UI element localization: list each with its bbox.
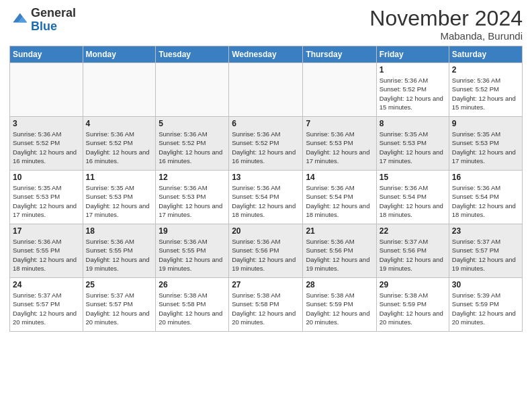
day-number: 14 — [306, 173, 373, 182]
day-info: Sunrise: 5:36 AMSunset: 5:55 PMDaylight:… — [86, 237, 153, 273]
location-subtitle: Mabanda, Burundi — [369, 30, 523, 42]
day-info: Sunrise: 5:37 AMSunset: 5:57 PMDaylight:… — [86, 291, 153, 326]
calendar-cell: 10Sunrise: 5:35 AMSunset: 5:53 PMDayligh… — [10, 171, 83, 224]
day-info: Sunrise: 5:36 AMSunset: 5:52 PMDaylight:… — [452, 76, 519, 111]
day-info: Sunrise: 5:36 AMSunset: 5:53 PMDaylight:… — [159, 183, 226, 219]
day-number: 17 — [13, 226, 80, 236]
day-number: 8 — [380, 119, 446, 128]
week-row-1: 1Sunrise: 5:36 AMSunset: 5:52 PMDaylight… — [10, 63, 523, 117]
calendar-cell: 14Sunrise: 5:36 AMSunset: 5:54 PMDayligh… — [303, 171, 376, 224]
day-info: Sunrise: 5:38 AMSunset: 5:59 PMDaylight:… — [380, 291, 446, 326]
day-info: Sunrise: 5:36 AMSunset: 5:54 PMDaylight:… — [452, 183, 519, 219]
month-title: November 2024 — [369, 7, 523, 30]
day-number: 27 — [232, 280, 300, 289]
calendar-cell: 21Sunrise: 5:36 AMSunset: 5:56 PMDayligh… — [303, 224, 376, 278]
day-number: 15 — [380, 173, 446, 182]
calendar-cell: 13Sunrise: 5:36 AMSunset: 5:54 PMDayligh… — [229, 171, 303, 224]
day-number: 20 — [232, 226, 300, 236]
week-row-5: 24Sunrise: 5:37 AMSunset: 5:57 PMDayligh… — [10, 278, 523, 332]
day-info: Sunrise: 5:35 AMSunset: 5:53 PMDaylight:… — [86, 183, 153, 219]
day-number: 21 — [306, 226, 373, 236]
calendar-cell: 19Sunrise: 5:36 AMSunset: 5:55 PMDayligh… — [156, 224, 229, 278]
day-number: 10 — [13, 173, 80, 182]
day-number: 6 — [232, 119, 300, 128]
calendar-cell: 29Sunrise: 5:38 AMSunset: 5:59 PMDayligh… — [376, 278, 449, 332]
weekday-header-friday: Friday — [376, 46, 449, 63]
day-info: Sunrise: 5:35 AMSunset: 5:53 PMDaylight:… — [452, 130, 519, 165]
logo: General Blue — [9, 7, 76, 34]
weekday-header-saturday: Saturday — [449, 46, 522, 63]
week-row-3: 10Sunrise: 5:35 AMSunset: 5:53 PMDayligh… — [10, 171, 523, 224]
day-info: Sunrise: 5:36 AMSunset: 5:55 PMDaylight:… — [13, 237, 80, 273]
calendar-cell: 7Sunrise: 5:36 AMSunset: 5:53 PMDaylight… — [303, 117, 376, 171]
day-number: 19 — [159, 226, 226, 236]
day-number: 16 — [452, 173, 519, 182]
calendar-cell: 12Sunrise: 5:36 AMSunset: 5:53 PMDayligh… — [156, 171, 229, 224]
calendar-cell: 24Sunrise: 5:37 AMSunset: 5:57 PMDayligh… — [10, 278, 83, 332]
day-info: Sunrise: 5:38 AMSunset: 5:58 PMDaylight:… — [232, 291, 300, 326]
logo-general-text: General — [31, 6, 76, 19]
day-number: 13 — [232, 173, 300, 182]
calendar-cell — [83, 63, 156, 117]
day-number: 26 — [159, 280, 226, 289]
weekday-header-wednesday: Wednesday — [229, 46, 303, 63]
day-number: 4 — [86, 119, 153, 128]
calendar-cell — [156, 63, 229, 117]
calendar-cell — [10, 63, 83, 117]
day-info: Sunrise: 5:37 AMSunset: 5:57 PMDaylight:… — [452, 237, 519, 273]
calendar-cell: 1Sunrise: 5:36 AMSunset: 5:52 PMDaylight… — [376, 63, 449, 117]
calendar-cell: 3Sunrise: 5:36 AMSunset: 5:52 PMDaylight… — [10, 117, 83, 171]
day-info: Sunrise: 5:36 AMSunset: 5:52 PMDaylight:… — [86, 130, 153, 165]
day-number: 28 — [306, 280, 373, 289]
day-number: 23 — [452, 226, 519, 236]
week-row-4: 17Sunrise: 5:36 AMSunset: 5:55 PMDayligh… — [10, 224, 523, 278]
day-info: Sunrise: 5:36 AMSunset: 5:52 PMDaylight:… — [380, 76, 446, 111]
calendar-cell: 8Sunrise: 5:35 AMSunset: 5:53 PMDaylight… — [376, 117, 449, 171]
calendar-cell: 2Sunrise: 5:36 AMSunset: 5:52 PMDaylight… — [449, 63, 522, 117]
calendar-cell: 22Sunrise: 5:37 AMSunset: 5:56 PMDayligh… — [376, 224, 449, 278]
title-block: November 2024 Mabanda, Burundi — [369, 7, 523, 42]
logo-icon — [9, 11, 28, 30]
day-info: Sunrise: 5:36 AMSunset: 5:56 PMDaylight:… — [232, 237, 300, 273]
day-info: Sunrise: 5:36 AMSunset: 5:52 PMDaylight:… — [232, 130, 300, 165]
calendar-cell: 17Sunrise: 5:36 AMSunset: 5:55 PMDayligh… — [10, 224, 83, 278]
day-info: Sunrise: 5:36 AMSunset: 5:56 PMDaylight:… — [306, 237, 373, 273]
calendar-cell: 23Sunrise: 5:37 AMSunset: 5:57 PMDayligh… — [449, 224, 522, 278]
day-number: 24 — [13, 280, 80, 289]
day-number: 29 — [380, 280, 446, 289]
calendar-cell: 4Sunrise: 5:36 AMSunset: 5:52 PMDaylight… — [83, 117, 156, 171]
logo-blue-text: Blue — [31, 19, 57, 33]
header: General Blue November 2024 Mabanda, Buru… — [9, 7, 523, 42]
day-info: Sunrise: 5:35 AMSunset: 5:53 PMDaylight:… — [13, 183, 80, 219]
day-number: 9 — [452, 119, 519, 128]
week-row-2: 3Sunrise: 5:36 AMSunset: 5:52 PMDaylight… — [10, 117, 523, 171]
calendar-table: SundayMondayTuesdayWednesdayThursdayFrid… — [9, 46, 523, 332]
day-info: Sunrise: 5:36 AMSunset: 5:53 PMDaylight:… — [306, 130, 373, 165]
calendar-cell: 26Sunrise: 5:38 AMSunset: 5:58 PMDayligh… — [156, 278, 229, 332]
day-number: 11 — [86, 173, 153, 182]
day-info: Sunrise: 5:39 AMSunset: 5:59 PMDaylight:… — [452, 291, 519, 326]
day-number: 5 — [159, 119, 226, 128]
calendar-cell: 30Sunrise: 5:39 AMSunset: 5:59 PMDayligh… — [449, 278, 522, 332]
day-info: Sunrise: 5:36 AMSunset: 5:54 PMDaylight:… — [380, 183, 446, 219]
day-info: Sunrise: 5:37 AMSunset: 5:56 PMDaylight:… — [380, 237, 446, 273]
calendar-cell: 6Sunrise: 5:36 AMSunset: 5:52 PMDaylight… — [229, 117, 303, 171]
weekday-header-row: SundayMondayTuesdayWednesdayThursdayFrid… — [10, 46, 523, 63]
calendar-cell: 28Sunrise: 5:38 AMSunset: 5:59 PMDayligh… — [303, 278, 376, 332]
day-number: 3 — [13, 119, 80, 128]
calendar-cell — [303, 63, 376, 117]
calendar-cell: 25Sunrise: 5:37 AMSunset: 5:57 PMDayligh… — [83, 278, 156, 332]
calendar-cell: 16Sunrise: 5:36 AMSunset: 5:54 PMDayligh… — [449, 171, 522, 224]
page: General Blue November 2024 Mabanda, Buru… — [0, 0, 532, 411]
day-number: 7 — [306, 119, 373, 128]
day-info: Sunrise: 5:36 AMSunset: 5:52 PMDaylight:… — [13, 130, 80, 165]
calendar-cell: 18Sunrise: 5:36 AMSunset: 5:55 PMDayligh… — [83, 224, 156, 278]
day-info: Sunrise: 5:36 AMSunset: 5:54 PMDaylight:… — [232, 183, 300, 219]
day-number: 22 — [380, 226, 446, 236]
weekday-header-thursday: Thursday — [303, 46, 376, 63]
day-info: Sunrise: 5:38 AMSunset: 5:58 PMDaylight:… — [159, 291, 226, 326]
day-info: Sunrise: 5:36 AMSunset: 5:54 PMDaylight:… — [306, 183, 373, 219]
day-number: 12 — [159, 173, 226, 182]
calendar-cell: 9Sunrise: 5:35 AMSunset: 5:53 PMDaylight… — [449, 117, 522, 171]
day-info: Sunrise: 5:38 AMSunset: 5:59 PMDaylight:… — [306, 291, 373, 326]
